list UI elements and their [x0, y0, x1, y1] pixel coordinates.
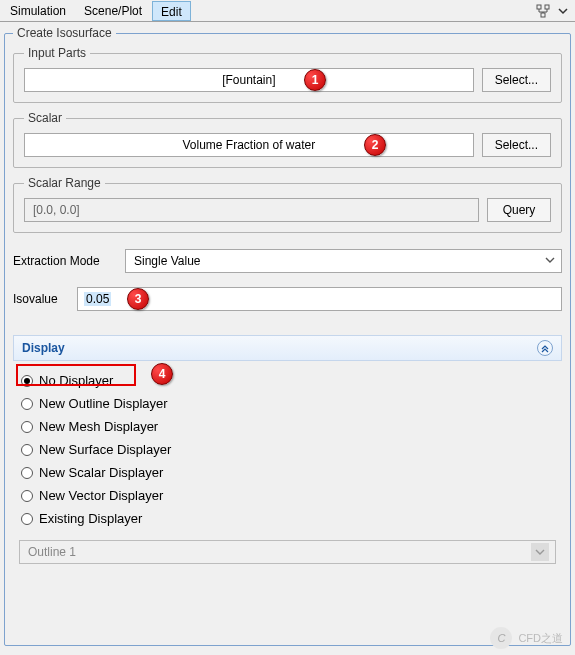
tab-simulation[interactable]: Simulation	[2, 1, 74, 21]
radio-label: Existing Displayer	[39, 511, 142, 526]
display-radio-option[interactable]: New Outline Displayer	[19, 392, 556, 415]
extraction-mode-select[interactable]: Single Value	[125, 249, 562, 273]
input-parts-group: Input Parts [Fountain] Select... 1	[13, 46, 562, 103]
isovalue-label: Isovalue	[13, 292, 69, 306]
scalar-range-field: [0.0, 0.0]	[24, 198, 479, 222]
scalar-field[interactable]: Volume Fraction of water	[24, 133, 474, 157]
display-header-label: Display	[22, 341, 65, 355]
extraction-mode-value: Single Value	[134, 254, 201, 268]
scalar-range-legend: Scalar Range	[24, 176, 105, 190]
display-radio-option[interactable]: New Vector Displayer	[19, 484, 556, 507]
radio-icon	[21, 421, 33, 433]
create-isosurface-panel: Create Isosurface Input Parts [Fountain]…	[4, 26, 571, 646]
collapse-up-icon	[537, 340, 553, 356]
radio-label: No Displayer	[39, 373, 113, 388]
display-section-header[interactable]: Display	[13, 335, 562, 361]
scalar-range-group: Scalar Range [0.0, 0.0] Query	[13, 176, 562, 233]
radio-icon	[21, 444, 33, 456]
input-parts-field[interactable]: [Fountain]	[24, 68, 474, 92]
display-radio-option[interactable]: No Displayer	[19, 369, 556, 392]
display-radio-option[interactable]: New Scalar Displayer	[19, 461, 556, 484]
scalar-legend: Scalar	[24, 111, 66, 125]
top-tab-bar: Simulation Scene/Plot Edit	[0, 0, 575, 22]
radio-label: New Surface Displayer	[39, 442, 171, 457]
svg-rect-0	[537, 5, 541, 9]
display-radio-option[interactable]: New Mesh Displayer	[19, 415, 556, 438]
input-parts-legend: Input Parts	[24, 46, 90, 60]
extraction-mode-label: Extraction Mode	[13, 254, 117, 268]
chevron-down-icon	[531, 543, 549, 561]
dropdown-menu-icon[interactable]	[555, 3, 571, 19]
svg-rect-1	[545, 5, 549, 9]
scalar-group: Scalar Volume Fraction of water Select..…	[13, 111, 562, 168]
display-radio-group: No DisplayerNew Outline DisplayerNew Mes…	[13, 361, 562, 540]
input-parts-select-button[interactable]: Select...	[482, 68, 551, 92]
display-radio-option[interactable]: New Surface Displayer	[19, 438, 556, 461]
tree-icon[interactable]	[535, 3, 551, 19]
svg-rect-2	[541, 13, 545, 17]
radio-icon	[21, 398, 33, 410]
radio-icon	[21, 467, 33, 479]
radio-icon	[21, 375, 33, 387]
scalar-range-query-button[interactable]: Query	[487, 198, 551, 222]
radio-label: New Mesh Displayer	[39, 419, 158, 434]
isovalue-input[interactable]: 0.05	[77, 287, 562, 311]
scalar-select-button[interactable]: Select...	[482, 133, 551, 157]
panel-title: Create Isosurface	[13, 26, 116, 40]
display-radio-option[interactable]: Existing Displayer	[19, 507, 556, 530]
tab-sceneplot[interactable]: Scene/Plot	[76, 1, 150, 21]
radio-label: New Scalar Displayer	[39, 465, 163, 480]
radio-label: New Vector Displayer	[39, 488, 163, 503]
radio-icon	[21, 513, 33, 525]
tab-edit[interactable]: Edit	[152, 1, 191, 21]
isovalue-value: 0.05	[84, 292, 111, 306]
radio-label: New Outline Displayer	[39, 396, 168, 411]
chevron-down-icon	[545, 254, 555, 268]
radio-icon	[21, 490, 33, 502]
existing-displayer-select: Outline 1	[19, 540, 556, 564]
existing-displayer-value: Outline 1	[28, 545, 76, 559]
